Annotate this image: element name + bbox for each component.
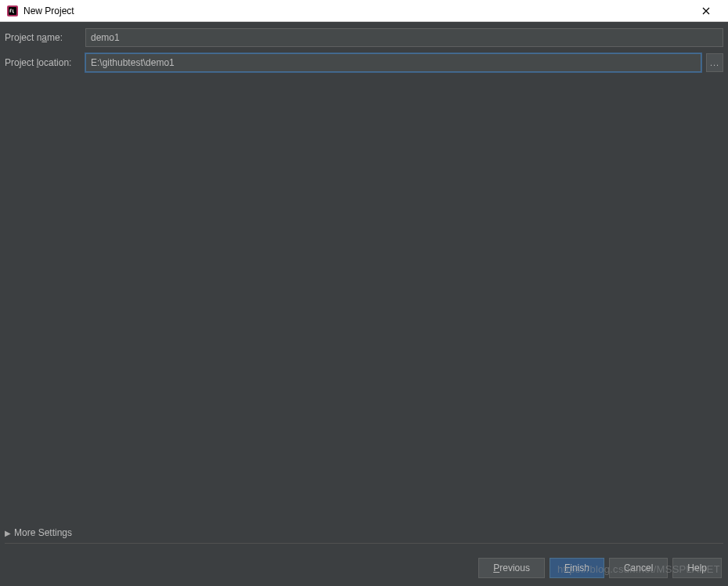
previous-button[interactable]: Previous xyxy=(478,558,545,578)
expand-arrow-icon: ▶ xyxy=(5,529,11,537)
titlebar: New Project xyxy=(0,0,728,22)
browse-button[interactable]: ... xyxy=(706,53,723,72)
project-name-label: Project name: xyxy=(5,32,81,43)
more-settings-label: More Settings xyxy=(14,527,72,538)
project-location-row: Project location: ... xyxy=(5,53,723,72)
content-area: Project name: Project location: ... xyxy=(0,22,728,72)
project-name-input[interactable] xyxy=(85,28,723,47)
more-settings-toggle[interactable]: ▶ More Settings xyxy=(5,527,723,544)
footer-buttons: Previous Finish Cancel Help xyxy=(478,558,722,578)
app-icon xyxy=(6,5,19,17)
help-button[interactable]: Help xyxy=(672,558,722,578)
finish-button[interactable]: Finish xyxy=(550,558,604,578)
close-button[interactable] xyxy=(690,0,722,22)
cancel-button[interactable]: Cancel xyxy=(609,558,668,578)
project-location-input[interactable] xyxy=(85,53,701,72)
window-title: New Project xyxy=(23,5,74,16)
project-name-row: Project name: xyxy=(5,28,723,47)
project-location-label: Project location: xyxy=(5,57,81,68)
titlebar-left: New Project xyxy=(6,5,74,17)
